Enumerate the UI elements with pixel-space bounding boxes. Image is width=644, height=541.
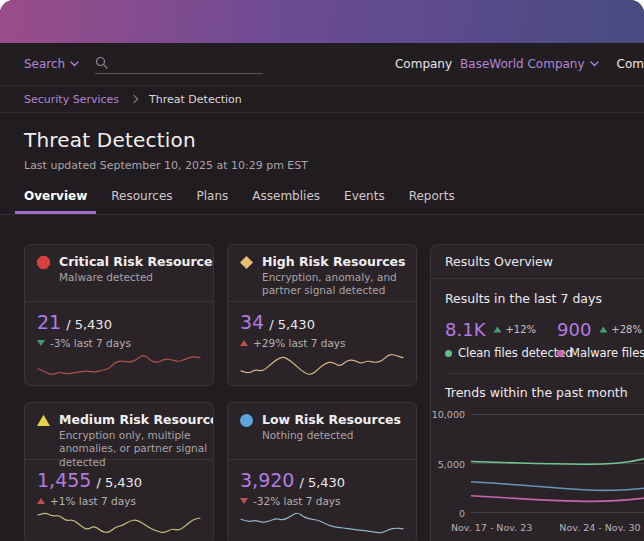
stat-denominator: / 5,430 [96,475,142,490]
stat-label-text: Clean files detected [458,346,573,360]
trend-down-icon [240,498,248,505]
stat-value: 34 [240,311,264,333]
trend-up-icon [37,498,45,505]
search-input[interactable] [114,54,263,70]
y-axis: 10,000 5,000 0 [437,414,471,513]
company-selector-value: BaseWorld Company [460,57,585,71]
search-scope-label: Search [24,57,65,71]
risk-card-critical: Critical Risk Resources Malware detected… [24,244,214,386]
x-axis-labels: Nov. 17 - Nov. 23 Nov. 24 - Nov. 30 Dec.… [471,522,644,535]
card-header: High Risk Resources Encryption, anomaly,… [228,245,416,302]
card-body: 1,455 / 5,430 +1% last 7 days [25,460,213,541]
company-label: Company [395,57,452,71]
delta-text: +1% last 7 days [50,495,136,507]
risk-card-medium: Medium Risk Resources Encryption only, m… [24,402,214,541]
risk-card-low: Low Risk Resources Nothing detected 3,92… [227,402,417,541]
results-overview-panel: Results Overview Results in the last 7 d… [430,244,644,541]
critical-octagon-icon [37,256,50,269]
stat-delta: +28% [611,324,642,335]
tab-resources[interactable]: Resources [102,189,181,214]
stat-value: 3,920 [240,469,294,491]
risk-cards-grid: Critical Risk Resources Malware detected… [24,244,417,541]
panel-title: Results Overview [431,245,644,279]
stat-label-text: Malware files quarantined [570,346,644,360]
page-header: Threat Detection Last updated September … [0,113,644,172]
x-tick: Nov. 24 - Nov. 30 [559,522,640,533]
card-header: Critical Risk Resources Malware detected [25,245,213,302]
card-body: 3,920 / 5,430 -32% last 7 days [228,460,416,541]
card-title: High Risk Resources [262,254,405,269]
stat-value: 900 [557,319,591,340]
page-title: Threat Detection [24,128,620,152]
section-title-last-7-days: Results in the last 7 days [431,291,644,306]
chevron-down-icon [70,61,79,67]
breadcrumb-link-security-services[interactable]: Security Services [24,93,119,106]
card-title: Critical Risk Resources [59,254,214,269]
trend-chart: 10,000 5,000 0 [431,414,644,513]
search-scope-dropdown[interactable]: Search [24,57,79,71]
trend-plot-area [471,414,644,513]
high-diamond-icon [240,256,253,269]
toolbar: Search Company BaseWorld Company Com [0,43,644,85]
stat-clean-files: 8.1K +12% Clean files detected [445,319,557,360]
stat-value: 8.1K [445,319,485,340]
last-updated-text: Last updated September 10, 2025 at 10:29… [24,159,620,172]
hero-gradient [0,0,644,43]
tab-bar: Overview Resources Plans Assemblies Even… [0,189,644,215]
panel-body: Results in the last 7 days 8.1K +12% Cle… [431,279,644,541]
chevron-right-icon [130,95,138,103]
delta-text: -3% last 7 days [50,337,131,349]
stat-denominator: / 5,430 [299,475,345,490]
toolbar-right: Company BaseWorld Company Com [395,57,644,71]
x-tick: Nov. 17 - Nov. 23 [451,522,532,533]
stat-malware-files: 900 +28% Malware files quarantined [557,319,644,360]
app-window: Search Company BaseWorld Company Com Sec… [0,0,644,541]
stat-value: 21 [37,311,61,333]
card-header: Low Risk Resources Nothing detected [228,403,416,460]
stat-denominator: / 5,430 [269,317,315,332]
delta-text: -32% last 7 days [253,495,341,507]
search-field[interactable] [95,54,263,74]
tab-overview[interactable]: Overview [15,189,96,214]
trend-up-icon [493,326,501,333]
trend-down-icon [37,340,45,347]
tab-reports[interactable]: Reports [400,189,464,214]
tab-events[interactable]: Events [335,189,394,214]
divider [445,373,644,374]
risk-card-high: High Risk Resources Encryption, anomaly,… [227,244,417,386]
card-header: Medium Risk Resources Encryption only, m… [25,403,213,460]
trend-up-icon [240,340,248,347]
stat-delta: +12% [505,324,536,335]
card-body: 34 / 5,430 +29% last 7 days [228,302,416,385]
sparkline-high [240,351,404,377]
chevron-down-icon [590,61,599,67]
sparkline-medium [37,509,201,535]
trend-chart-title: Trends within the past month [431,385,644,400]
delta-text: +29% last 7 days [253,337,346,349]
trend-up-icon [599,326,607,333]
low-circle-icon [240,414,253,427]
company-selector[interactable]: BaseWorld Company [460,57,599,71]
card-subtitle: Nothing detected [262,429,401,442]
card-subtitle: Encryption, anomaly, and partner signal … [262,271,405,298]
legend-dot-clean [445,350,452,357]
card-body: 21 / 5,430 -3% last 7 days [25,302,213,385]
card-title: Low Risk Resources [262,412,401,427]
main-content: Critical Risk Resources Malware detected… [0,215,644,541]
stat-value: 1,455 [37,469,91,491]
tab-plans[interactable]: Plans [188,189,238,214]
y-tick: 5,000 [438,458,465,469]
y-tick: 0 [459,508,465,519]
legend-dot-malware [557,350,564,357]
results-stats-row: 8.1K +12% Clean files detected 900 [431,319,644,360]
sparkline-low [240,509,404,535]
medium-triangle-icon [37,414,50,427]
y-tick: 10,000 [432,409,465,420]
breadcrumb: Security Services Threat Detection [0,85,644,113]
search-icon [95,56,108,69]
sparkline-critical [37,351,201,377]
breadcrumb-current: Threat Detection [149,93,242,106]
stat-denominator: / 5,430 [66,317,112,332]
toolbar-overflow-item[interactable]: Com [617,57,644,71]
tab-assemblies[interactable]: Assemblies [243,189,329,214]
